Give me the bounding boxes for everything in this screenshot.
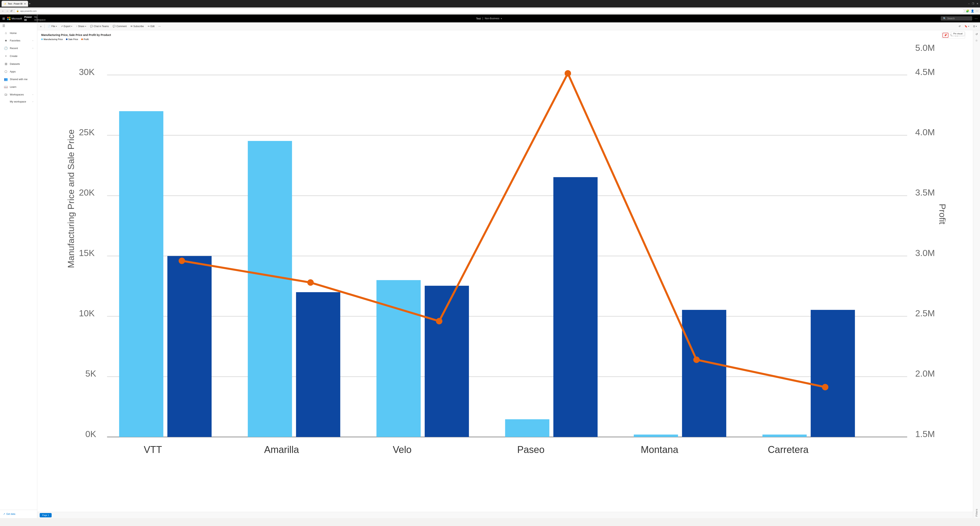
address-bar[interactable]: 🔒 app.powerbi.com <box>14 9 964 13</box>
pbi-header: ⊞ Microsoft Power BI My workspace <box>0 14 37 22</box>
page-tab-label: Page 1 <box>42 514 49 516</box>
file-button[interactable]: 📄 File ▾ <box>46 24 59 29</box>
active-tab[interactable]: ⚡ Test - Power BI ✕ <box>2 1 28 7</box>
toolbar-more-button[interactable]: ⋯ <box>157 24 162 29</box>
new-tab-button[interactable]: + <box>29 2 30 5</box>
microsoft-label: Microsoft <box>11 17 22 20</box>
sidebar-item-home[interactable]: ⌂ Home <box>1 29 36 37</box>
close-button[interactable]: ✕ <box>977 2 978 5</box>
sidebar-item-label: Create <box>10 54 18 57</box>
export-button[interactable]: ↗ Export ▾ <box>59 24 74 29</box>
sidebar-item-label: Recent <box>10 47 18 50</box>
refresh-button[interactable]: ↺ <box>10 10 13 13</box>
bar-amarilla-manufacturing[interactable] <box>248 141 292 437</box>
workspace-label: My workspace <box>34 16 46 21</box>
svg-text:VTT: VTT <box>144 444 162 455</box>
tab-close-button[interactable]: ✕ <box>24 3 26 5</box>
bar-montana-manufacturing[interactable] <box>634 435 678 437</box>
share-button[interactable]: ↑ Share ▾ <box>75 24 88 29</box>
expand-button[interactable]: » <box>39 24 43 29</box>
svg-text:0K: 0K <box>85 429 96 439</box>
profit-point-amarilla <box>307 279 314 286</box>
bar-montana-sale[interactable] <box>682 310 726 437</box>
profit-point-carretera <box>822 384 829 391</box>
legend-label-manufacturing: Manufacturing Price <box>44 38 63 40</box>
waffle-icon[interactable]: ⊞ <box>2 17 5 21</box>
dropdown-icon[interactable]: ▾ <box>501 18 502 20</box>
panel-star-button[interactable]: ☆ <box>975 38 978 43</box>
sidebar-item-apps[interactable]: ⬡ Apps <box>1 68 36 75</box>
comment-label: Comment <box>116 25 127 28</box>
browser-more-icon[interactable]: ⋯ <box>976 10 978 13</box>
logo-red <box>7 17 9 18</box>
sidebar-item-create[interactable]: ＋ Create <box>1 52 36 60</box>
bar-carretera-manufacturing[interactable] <box>762 435 807 437</box>
toolbar: » 📄 File ▾ ↗ Export ▾ ↑ Share ▾ 💬 Chat i… <box>37 22 980 30</box>
sidebar-item-favorites[interactable]: ★ Favorites › <box>1 37 36 45</box>
svg-text:4.5M: 4.5M <box>915 67 935 77</box>
get-data-button[interactable]: ↗ Get data <box>0 512 37 516</box>
header-more-icon[interactable]: ⋯ <box>975 17 978 21</box>
sidebar-item-shared[interactable]: 👥 Shared with me <box>1 75 36 83</box>
svg-text:2.5M: 2.5M <box>915 308 935 318</box>
bar-amarilla-sale[interactable] <box>296 292 340 437</box>
pin-visual-label: Pin visual <box>953 32 963 35</box>
recent-chevron: › <box>33 47 33 49</box>
datasets-icon: ⊞ <box>4 62 8 66</box>
sidebar: ⊞ Microsoft Power BI My workspace ☰ ⌂ Ho… <box>0 14 37 518</box>
subscribe-button[interactable]: ✉ Subscribe <box>129 24 145 29</box>
minimize-button[interactable]: – <box>968 2 970 5</box>
panel-refresh-button[interactable]: ↺ <box>975 32 978 37</box>
search-box[interactable]: 🔍 Search <box>941 16 972 21</box>
bar-carretera-sale[interactable] <box>811 310 855 437</box>
svg-text:2.0M: 2.0M <box>915 368 935 379</box>
bar-vtt-manufacturing[interactable] <box>119 111 163 437</box>
sidebar-item-label: Learn <box>10 85 16 88</box>
bookmark-chevron: ▾ <box>968 26 969 27</box>
sidebar-item-my-workspace[interactable]: My workspace › <box>1 98 36 105</box>
svg-text:10K: 10K <box>79 308 95 318</box>
share-icon: ↑ <box>76 25 77 28</box>
sidebar-item-workspaces[interactable]: 🗂 Workspaces › <box>1 91 36 98</box>
chat-label: Chat in Teams <box>94 25 109 28</box>
sidebar-item-learn[interactable]: 📖 Learn <box>1 83 36 91</box>
home-icon: ⌂ <box>4 31 8 35</box>
profile-icon[interactable]: 👤 <box>971 10 974 13</box>
chart-container: Pin visual 📌 ⚗ ⛶ ⋯ Manufacturing Price, … <box>37 30 973 512</box>
extensions-icon[interactable]: 🧩 <box>966 10 969 13</box>
favorites-chevron: › <box>33 40 33 41</box>
logo-yellow <box>9 19 10 20</box>
back-button[interactable]: ← <box>2 10 4 13</box>
favorites-icon: ★ <box>4 39 8 42</box>
reset-button[interactable]: ↺ <box>957 24 962 29</box>
edit-button[interactable]: ✏ Edit <box>146 24 156 29</box>
page-view-button[interactable]: ⊡ ▾ <box>972 24 978 29</box>
forward-button[interactable]: → <box>6 10 9 13</box>
comment-button[interactable]: 💬 Comment <box>111 24 128 29</box>
bar-vtt-sale[interactable] <box>167 256 212 437</box>
microsoft-logo <box>7 17 10 20</box>
sidebar-bottom: ↗ Get data <box>0 510 37 518</box>
pin-visual-button[interactable]: 📌 <box>942 33 948 38</box>
bar-paseo-manufacturing[interactable] <box>505 419 549 437</box>
teams-icon: 💬 <box>90 25 93 28</box>
sidebar-collapse-button[interactable]: ☰ <box>0 22 37 29</box>
svg-text:1.5M: 1.5M <box>915 429 935 439</box>
chart-title: Manufacturing Price, Sale Price and Prof… <box>41 33 969 37</box>
recent-icon: 🕐 <box>4 46 8 50</box>
svg-text:30K: 30K <box>79 67 95 77</box>
filters-label-wrapper: Filters <box>975 509 978 516</box>
bar-paseo-sale[interactable] <box>553 177 597 437</box>
chat-teams-button[interactable]: 💬 Chat in Teams <box>89 24 110 29</box>
sidebar-item-recent[interactable]: 🕐 Recent › <box>1 45 36 52</box>
product-name: Power BI <box>24 16 32 21</box>
sidebar-item-label: Apps <box>10 70 16 73</box>
page-tab-1[interactable]: Page 1 <box>40 513 52 517</box>
doc-title: Test <box>476 17 481 20</box>
learn-icon: 📖 <box>4 85 8 89</box>
file-icon: 📄 <box>48 25 51 28</box>
maximize-button[interactable]: ❐ <box>972 2 974 5</box>
svg-text:Manufacturing Price and Sale P: Manufacturing Price and Sale Price <box>66 129 76 268</box>
sidebar-item-datasets[interactable]: ⊞ Datasets <box>1 60 36 68</box>
bookmark-button[interactable]: 🔖 ▾ <box>963 24 971 29</box>
